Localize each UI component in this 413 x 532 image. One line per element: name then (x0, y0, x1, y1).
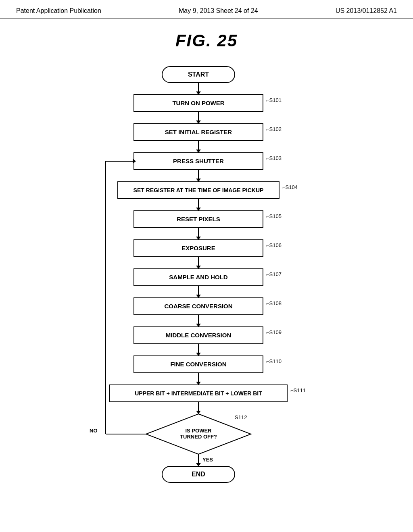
s106-step: ⌐S106 (266, 242, 282, 248)
header-right: US 2013/0112852 A1 (336, 7, 397, 15)
svg-marker-29 (196, 353, 201, 356)
s107-label: SAMPLE AND HOLD (169, 274, 227, 281)
s109-step: ⌐S109 (266, 329, 282, 335)
no-label: NO (90, 428, 98, 434)
s111-step: ⌐S111 (290, 387, 306, 393)
s103-label: PRESS SHUTTER (173, 158, 224, 164)
s108-step: ⌐S108 (266, 300, 282, 306)
yes-label: YES (202, 457, 213, 463)
svg-marker-32 (196, 382, 201, 385)
figure-title: FIG. 25 (0, 31, 413, 50)
svg-marker-17 (196, 237, 201, 240)
svg-marker-5 (196, 121, 201, 124)
s105-step: ⌐S105 (266, 213, 282, 219)
s111-label: UPPER BIT + INTERMEDIATE BIT + LOWER BIT (135, 390, 262, 397)
s110-label: FINE CONVERSION (170, 361, 226, 368)
end-label: END (192, 471, 205, 478)
s106-label: EXPOSURE (181, 245, 215, 251)
svg-marker-2 (196, 91, 201, 95)
s107-step: ⌐S107 (266, 271, 282, 277)
svg-marker-14 (196, 208, 201, 211)
svg-marker-38 (196, 463, 201, 466)
s104-step: ⌐S104 (282, 184, 298, 190)
flowchart-diagram: START TURN ON POWER ⌐S101 SET INITIAL RE… (65, 62, 348, 518)
s105-label: RESET PIXELS (177, 216, 220, 222)
s101-step: ⌐S101 (266, 97, 282, 103)
svg-marker-26 (196, 324, 201, 327)
s102-step: ⌐S102 (266, 126, 282, 132)
svg-marker-23 (196, 295, 201, 298)
svg-marker-35 (196, 411, 201, 414)
start-label: START (188, 71, 209, 78)
s104-label: SET REGISTER AT THE TIME OF IMAGE PICKUP (133, 187, 264, 193)
header-middle: May 9, 2013 Sheet 24 of 24 (179, 7, 258, 15)
page-header: Patent Application Publication May 9, 20… (0, 0, 413, 19)
s112-label: IS POWER (185, 428, 212, 434)
s112-label2: TURNED OFF? (180, 434, 217, 440)
s108-label: COARSE CONVERSION (164, 303, 232, 310)
svg-marker-8 (196, 150, 201, 153)
header-left: Patent Application Publication (16, 7, 101, 15)
s101-label: TURN ON POWER (172, 100, 224, 106)
s102-label: SET INITIAL REGISTER (165, 129, 232, 135)
s103-step: ⌐S103 (266, 155, 282, 161)
s112-step: S112 (235, 414, 247, 420)
s109-label: MIDDLE CONVERSION (166, 332, 232, 339)
svg-marker-20 (196, 266, 201, 269)
svg-marker-11 (196, 179, 201, 182)
s110-step: ⌐S110 (266, 358, 282, 364)
